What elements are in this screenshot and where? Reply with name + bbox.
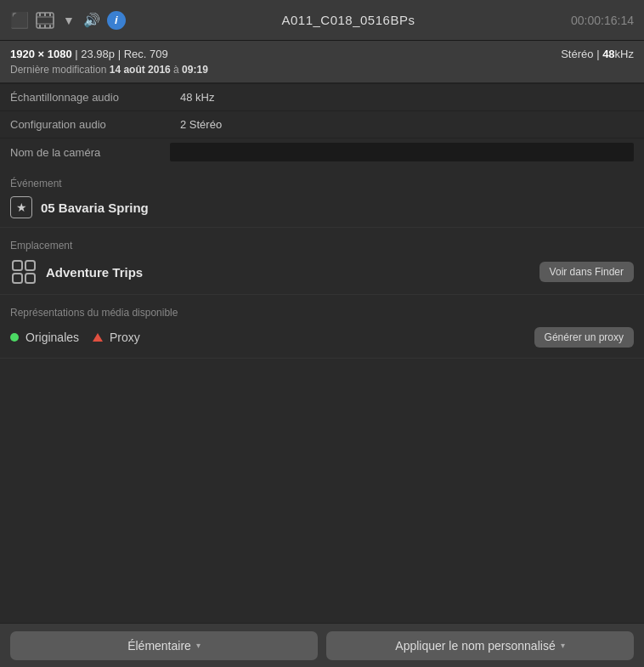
toolbar: ⬛ ▼ 🔊 i A011_C018_0516BPs 00:00:16:14: [0, 0, 644, 41]
svg-rect-10: [13, 274, 22, 283]
elementaire-chevron: ▾: [196, 641, 201, 650]
prop-value-audio-sample: 48 kHz: [170, 86, 644, 109]
generate-proxy-button[interactable]: Générer un proxy: [534, 327, 634, 348]
film-icon[interactable]: ⬛: [10, 11, 29, 30]
event-section-label: Événement: [10, 178, 634, 189]
timecode: 00:00:16:14: [571, 14, 634, 27]
fps: 23.98p: [81, 48, 115, 60]
audio-icon[interactable]: 🔊: [83, 12, 100, 28]
media-info-bar: 1920 × 1080 | 23.98p | Rec. 709 Stéréo |…: [0, 41, 644, 83]
event-icon: ★: [10, 196, 32, 218]
properties-table: Échantillonnage audio 48 kHz Configurati…: [0, 83, 644, 166]
library-icon: [10, 258, 37, 285]
svg-rect-4: [44, 25, 46, 28]
info-icon[interactable]: i: [107, 11, 126, 30]
originals-dot: [10, 333, 19, 342]
audio-config: Stéréo: [561, 48, 593, 60]
location-content: Adventure Trips Voir dans Finder: [10, 258, 634, 285]
representations-label: Représentations du média disponible: [10, 307, 634, 319]
apply-chevron: ▾: [561, 641, 565, 650]
location-section-label: Emplacement: [10, 240, 634, 252]
svg-rect-2: [39, 25, 41, 28]
film-icon[interactable]: [36, 12, 54, 29]
location-section: Emplacement Adventure Trips Voir dans Fi…: [0, 228, 644, 295]
modified-time: 09:19: [182, 64, 208, 76]
sample-rate-bold: 48: [602, 48, 614, 60]
modified-prefix: Dernière modification: [10, 64, 110, 76]
modification-date: Dernière modification 14 août 2016 à 09:…: [10, 64, 634, 76]
svg-rect-1: [39, 13, 41, 16]
library-name: Adventure Trips: [46, 265, 531, 280]
svg-rect-9: [25, 261, 35, 270]
proxy-label: Proxy: [110, 331, 140, 344]
separator2: |: [118, 48, 124, 60]
resolution: 1920 × 1080: [10, 48, 72, 60]
svg-rect-3: [44, 13, 46, 16]
proxy-triangle-icon: [93, 333, 103, 342]
table-row: Échantillonnage audio 48 kHz: [0, 84, 644, 111]
sample-rate-suffix: kHz: [615, 48, 634, 60]
svg-rect-5: [49, 13, 51, 16]
svg-rect-6: [49, 25, 51, 28]
prop-label-camera-name: Nom de la caméra: [0, 141, 170, 164]
elementaire-label: Élémentaire: [127, 639, 191, 653]
representations-row: Originales Proxy Générer un proxy: [10, 327, 634, 348]
filter-icon[interactable]: ▼: [63, 14, 75, 27]
modified-date: 14 août 2016: [110, 64, 171, 76]
originals-label: Originales: [25, 331, 79, 344]
prop-label-audio-sample: Échantillonnage audio: [0, 86, 170, 109]
svg-rect-11: [25, 274, 35, 283]
apply-custom-name-label: Appliquer le nom personnalisé: [395, 639, 555, 653]
media-info-top: 1920 × 1080 | 23.98p | Rec. 709 Stéréo |…: [10, 48, 634, 60]
event-name: 05 Bavaria Spring: [41, 201, 149, 215]
prop-value-audio-config: 2 Stéréo: [170, 113, 644, 136]
svg-rect-7: [37, 17, 54, 24]
resolution-info: 1920 × 1080 | 23.98p | Rec. 709: [10, 48, 168, 60]
representations-section: Représentations du média disponible Orig…: [0, 295, 644, 359]
table-row: Nom de la caméra: [0, 138, 644, 166]
audio-info: Stéréo | 48kHz: [561, 48, 634, 60]
svg-rect-8: [13, 261, 22, 270]
prop-value-camera-name[interactable]: [170, 143, 634, 161]
table-row: Configuration audio 2 Stéréo: [0, 111, 644, 138]
event-content: ★ 05 Bavaria Spring: [10, 196, 634, 218]
clip-title: A011_C018_0516BPs: [126, 13, 571, 27]
event-section: Événement ★ 05 Bavaria Spring: [0, 166, 644, 228]
prop-label-audio-config: Configuration audio: [0, 113, 170, 136]
elementaire-button[interactable]: Élémentaire ▾: [10, 631, 318, 660]
bottom-bar: Élémentaire ▾ Appliquer le nom personnal…: [0, 623, 644, 667]
toolbar-icons: ⬛ ▼ 🔊 i: [10, 11, 126, 30]
apply-custom-name-button[interactable]: Appliquer le nom personnalisé ▾: [326, 631, 634, 660]
color-space: Rec. 709: [124, 48, 168, 60]
finder-button[interactable]: Voir dans Finder: [539, 262, 634, 282]
